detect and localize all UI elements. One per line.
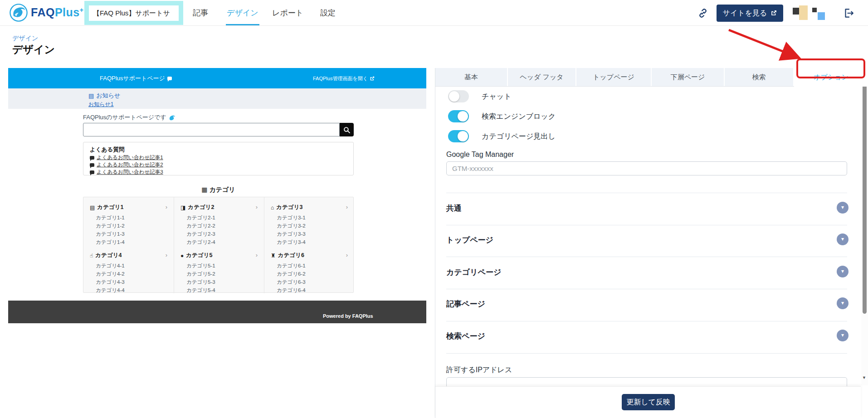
- section-search-page[interactable]: 検索ページ: [446, 331, 485, 341]
- chevron-down-icon[interactable]: ▾: [837, 297, 848, 309]
- category-item[interactable]: カテゴリ5-4: [186, 287, 215, 294]
- category-item[interactable]: カテゴリ2-1: [186, 214, 215, 221]
- category-link-5[interactable]: ●カテゴリ5: [180, 252, 212, 259]
- nav-item-articles[interactable]: 記事: [193, 0, 208, 26]
- category-heading-text: カテゴリ: [209, 186, 235, 193]
- chevron-right-icon: ›: [256, 204, 258, 210]
- chevron-down-icon[interactable]: ▾: [837, 266, 848, 277]
- category-item[interactable]: カテゴリ4-4: [96, 287, 125, 294]
- search-engine-block-toggle[interactable]: [448, 110, 469, 122]
- nav-item-report[interactable]: レポート: [272, 0, 303, 26]
- tab-options[interactable]: オプション: [794, 68, 868, 87]
- chevron-right-icon: ›: [166, 204, 167, 210]
- category-item[interactable]: カテゴリ5-1: [186, 262, 215, 269]
- category-item[interactable]: カテゴリ5-3: [186, 279, 215, 286]
- site-selector-highlight: 【FAQ Plus】サポートサ: [84, 1, 183, 25]
- category-item[interactable]: カテゴリ6-2: [277, 271, 306, 277]
- building-icon: ⌂: [271, 204, 274, 211]
- site-preview: FAQPlusサポートページ FAQPlus管理画面を開く ▤ お知らせ お知ら…: [8, 68, 426, 323]
- preview-site-footer: Powered by FAQPlus: [8, 301, 426, 323]
- category-item[interactable]: カテゴリ1-4: [96, 239, 125, 246]
- category-grid: ▤カテゴリ1 › カテゴリ1-1 カテゴリ1-2 カテゴリ1-3 カテゴリ1-4…: [83, 197, 354, 293]
- allowed-ip-label: 許可するIPアドレス: [446, 365, 512, 375]
- tab-basic[interactable]: 基本: [435, 68, 507, 86]
- category-item[interactable]: カテゴリ6-3: [277, 279, 306, 286]
- category-link-4[interactable]: ☝カテゴリ4: [90, 252, 122, 259]
- preview-search-input[interactable]: [83, 123, 340, 136]
- category-link-3[interactable]: ⌂カテゴリ3: [271, 204, 302, 211]
- faq-link-2[interactable]: よくあるお問い合わせ記事2: [90, 161, 163, 168]
- category-item[interactable]: カテゴリ3-4: [277, 239, 306, 246]
- section-article-page[interactable]: 記事ページ: [446, 299, 485, 309]
- category-item[interactable]: カテゴリ2-3: [186, 231, 215, 238]
- panel-divider: [435, 68, 435, 418]
- thumbnail-image-3: [812, 8, 817, 12]
- category-item[interactable]: カテゴリ4-1: [96, 262, 125, 269]
- tab-top-page[interactable]: トップページ: [576, 68, 651, 86]
- section-divider: [446, 193, 847, 193]
- section-divider: [446, 225, 847, 225]
- category-page-heading-toggle[interactable]: [448, 130, 469, 142]
- category-item[interactable]: カテゴリ1-2: [96, 223, 125, 229]
- chevron-right-icon: ›: [346, 204, 348, 210]
- breadcrumb[interactable]: デザイン: [12, 34, 38, 43]
- site-selector-dropdown[interactable]: 【FAQ Plus】サポートサ: [89, 5, 179, 21]
- category-link-1[interactable]: ▤カテゴリ1: [90, 204, 123, 211]
- category-page-heading-label: カテゴリページ見出し: [482, 130, 556, 142]
- active-nav-underline: [226, 24, 259, 25]
- chevron-down-icon[interactable]: ▾: [837, 233, 848, 245]
- tab-header-footer[interactable]: ヘッダ フッタ: [508, 68, 575, 86]
- toggle-knob: [458, 111, 468, 122]
- faq-link-1[interactable]: よくあるお問い合わせ記事1: [90, 154, 163, 161]
- category-link-2[interactable]: ◨カテゴリ2: [180, 204, 214, 211]
- tab-sub-page[interactable]: 下層ページ: [652, 68, 724, 86]
- category-item[interactable]: カテゴリ1-1: [96, 214, 125, 221]
- preview-notice-heading: ▤ お知らせ: [88, 92, 120, 100]
- category-item[interactable]: カテゴリ2-2: [186, 223, 215, 229]
- nav-item-design[interactable]: デザイン: [227, 0, 258, 26]
- thumbnail-image-4: [818, 12, 825, 20]
- tab-search[interactable]: 検索: [725, 68, 793, 86]
- section-common[interactable]: 共通: [446, 203, 462, 214]
- chevron-down-icon[interactable]: ▾: [837, 330, 848, 341]
- category-item[interactable]: カテゴリ2-4: [186, 239, 215, 246]
- category-item[interactable]: カテゴリ6-4: [277, 287, 306, 294]
- chevron-right-icon: ›: [256, 252, 258, 258]
- preview-notice-link[interactable]: お知らせ1: [88, 101, 114, 108]
- preview-site-title-text: FAQPlusサポートページ: [100, 74, 165, 83]
- gtm-label: Google Tag Manager: [446, 151, 514, 159]
- hand-icon: ☝: [90, 253, 93, 259]
- category-item[interactable]: カテゴリ4-3: [96, 279, 125, 286]
- preview-admin-link[interactable]: FAQPlus管理画面を開く: [313, 75, 375, 82]
- category-item[interactable]: カテゴリ4-2: [96, 271, 125, 277]
- category-item[interactable]: カテゴリ5-2: [186, 271, 215, 277]
- thumbnail-image-1: [793, 8, 799, 15]
- faq-box-title: よくある質問: [90, 146, 124, 154]
- category-item[interactable]: カテゴリ6-1: [277, 262, 306, 269]
- category-link-6[interactable]: ♜カテゴリ6: [271, 252, 304, 259]
- logout-icon[interactable]: [843, 7, 854, 21]
- nav-item-settings[interactable]: 設定: [320, 0, 336, 26]
- preview-search-button[interactable]: [340, 123, 354, 136]
- category-item[interactable]: カテゴリ3-1: [277, 214, 306, 221]
- category-item[interactable]: カテゴリ3-3: [277, 231, 306, 238]
- grid-icon: ▦: [201, 186, 207, 193]
- chat-toggle[interactable]: [448, 90, 469, 102]
- scroll-down-arrow[interactable]: ▼: [862, 375, 866, 380]
- gtm-input[interactable]: [446, 161, 847, 175]
- link-icon[interactable]: [697, 8, 708, 20]
- chevron-down-icon[interactable]: ▾: [837, 202, 848, 214]
- update-apply-button[interactable]: 更新して反映: [622, 394, 675, 410]
- scrollbar-thumb[interactable]: [863, 78, 867, 314]
- chat-toggle-label: チャット: [482, 90, 512, 102]
- section-category-page[interactable]: カテゴリページ: [446, 267, 501, 277]
- section-divider: [446, 257, 847, 257]
- category-card-1: ▤カテゴリ1 › カテゴリ1-1 カテゴリ1-2 カテゴリ1-3 カテゴリ1-4: [83, 197, 174, 245]
- bank-icon: ♜: [271, 253, 276, 259]
- view-site-button[interactable]: サイトを見る: [717, 5, 783, 22]
- category-item[interactable]: カテゴリ1-3: [96, 231, 125, 238]
- chat-bubble-icon: [90, 170, 94, 174]
- section-top-page[interactable]: トップページ: [446, 235, 493, 245]
- category-item[interactable]: カテゴリ3-2: [277, 223, 306, 229]
- faq-link-3[interactable]: よくあるお問い合わせ記事3: [90, 169, 163, 175]
